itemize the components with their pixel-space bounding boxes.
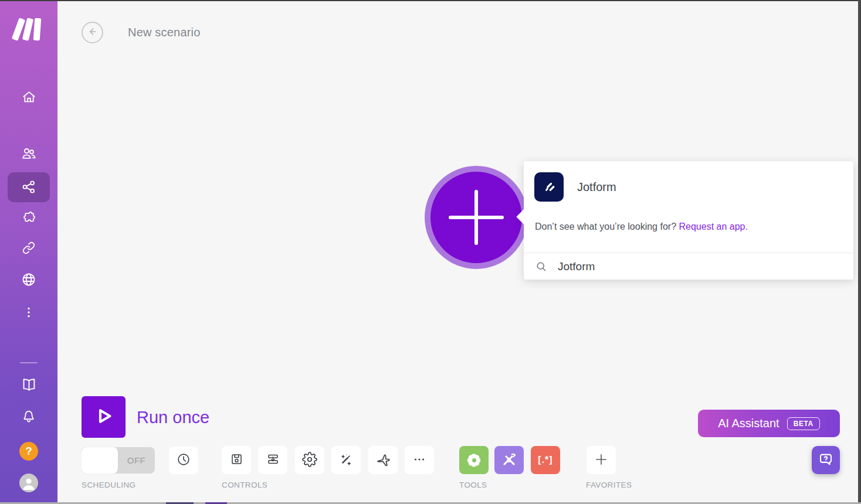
request-app-hint: Don’t see what you’re looking for? Reque… bbox=[535, 222, 748, 232]
sidebar-divider bbox=[20, 362, 38, 363]
avatar-icon bbox=[19, 474, 38, 492]
avatar[interactable] bbox=[19, 474, 38, 492]
section-label-scheduling: SCHEDULING bbox=[82, 481, 136, 489]
sidebar-item-scenarios[interactable] bbox=[0, 179, 57, 197]
run-once-button[interactable] bbox=[82, 396, 126, 438]
section-label-controls: CONTROLS bbox=[222, 481, 267, 489]
scenario-settings-button[interactable] bbox=[295, 446, 324, 474]
window-edge-right bbox=[858, 0, 861, 504]
ai-assistant-button[interactable]: AI Assistant BETA bbox=[698, 410, 840, 437]
globe-icon bbox=[21, 271, 37, 290]
book-icon bbox=[21, 376, 38, 396]
help-floating-button[interactable] bbox=[812, 446, 840, 474]
jotform-icon bbox=[534, 172, 564, 202]
window-edge-top bbox=[0, 0, 861, 1]
toggle-state-label: OFF bbox=[118, 447, 155, 474]
more-ellipsis-icon bbox=[412, 452, 427, 469]
question-icon: ? bbox=[25, 445, 32, 458]
wrench-tools-icon bbox=[500, 451, 518, 470]
app-result-name: Jotform bbox=[577, 181, 616, 194]
sidebar-item-team[interactable] bbox=[0, 145, 57, 164]
sidebar: ? bbox=[0, 1, 57, 502]
sidebar-item-connections[interactable] bbox=[0, 240, 57, 258]
add-module-button[interactable] bbox=[425, 166, 528, 269]
search-icon bbox=[535, 261, 547, 273]
app-search-input[interactable] bbox=[558, 260, 828, 273]
bell-icon bbox=[21, 408, 37, 427]
section-label-tools: TOOLS bbox=[459, 481, 487, 489]
help-bubble-icon bbox=[818, 451, 834, 469]
tools-basic-button[interactable] bbox=[459, 446, 489, 474]
text-parser-button[interactable]: [.*] bbox=[531, 446, 560, 474]
plus-icon bbox=[594, 452, 609, 469]
make-logo-bar bbox=[33, 18, 42, 41]
settings-gear-icon bbox=[302, 452, 317, 469]
magic-wand-icon bbox=[338, 452, 354, 469]
tools-utilities-button[interactable] bbox=[494, 446, 524, 474]
autofix-button[interactable] bbox=[331, 446, 361, 474]
app-result-jotform[interactable]: Jotform bbox=[534, 172, 616, 202]
request-an-app-link[interactable]: Request an app. bbox=[679, 222, 747, 231]
back-button[interactable] bbox=[82, 22, 103, 43]
play-icon bbox=[93, 405, 115, 429]
more-controls-button[interactable] bbox=[405, 446, 434, 474]
run-once-label[interactable]: Run once bbox=[137, 408, 209, 427]
sidebar-item-web[interactable] bbox=[0, 271, 57, 290]
add-favorite-button[interactable] bbox=[587, 446, 616, 474]
save-button[interactable] bbox=[222, 446, 251, 474]
sidebar-item-more[interactable] bbox=[0, 305, 57, 322]
home-icon bbox=[21, 89, 37, 107]
kebab-menu-icon bbox=[22, 305, 36, 322]
team-icon bbox=[21, 145, 37, 164]
link-icon bbox=[21, 240, 37, 258]
page-title: New scenario bbox=[128, 26, 201, 39]
hint-text: Don’t see what you’re looking for? bbox=[535, 222, 676, 231]
ai-assistant-label: AI Assistant bbox=[718, 417, 779, 430]
section-label-favorites: FAVORITES bbox=[586, 481, 632, 489]
notes-button[interactable] bbox=[368, 446, 398, 474]
airplane-icon bbox=[375, 451, 391, 469]
toggle-thumb bbox=[82, 447, 118, 474]
sidebar-item-home[interactable] bbox=[0, 89, 57, 107]
scenarios-share-icon bbox=[21, 179, 37, 197]
save-icon bbox=[229, 452, 244, 468]
import-blueprint-button[interactable] bbox=[258, 446, 287, 474]
back-arrow-icon bbox=[87, 26, 99, 39]
beta-badge: BETA bbox=[787, 417, 820, 430]
regex-text-parser-icon: [.*] bbox=[538, 455, 552, 465]
make-logo[interactable] bbox=[0, 15, 57, 43]
make-scenario-editor: ? New scenario Jotform Don’t see what yo… bbox=[0, 0, 861, 504]
sidebar-item-notifications[interactable] bbox=[0, 408, 57, 427]
scheduling-toggle[interactable]: OFF bbox=[82, 447, 155, 474]
sidebar-item-templates[interactable] bbox=[0, 209, 57, 227]
sidebar-item-docs[interactable] bbox=[0, 376, 57, 396]
scheduling-clock-button[interactable] bbox=[169, 447, 198, 474]
gear-solid-icon bbox=[465, 451, 483, 469]
app-search-row bbox=[524, 253, 853, 280]
sidebar-help-button[interactable]: ? bbox=[19, 442, 38, 461]
puzzle-icon bbox=[21, 209, 37, 227]
clock-icon bbox=[176, 452, 191, 469]
app-search-popup: Jotform Don’t see what you’re looking fo… bbox=[524, 161, 853, 280]
plus-icon bbox=[474, 190, 478, 245]
import-blueprint-icon bbox=[266, 452, 280, 468]
